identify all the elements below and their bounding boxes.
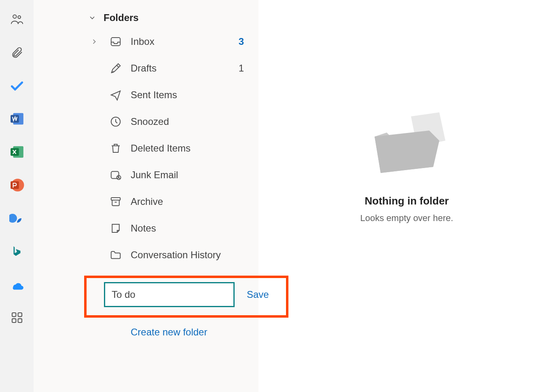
folder-pane: Folders Inbox 3 Drafts 1 Sent Items Snoo… [34, 0, 258, 392]
svg-point-1 [18, 16, 21, 19]
folder-row-drafts[interactable]: Drafts 1 [34, 55, 258, 82]
folder-label: Snoozed [131, 116, 246, 127]
folder-label: Notes [131, 223, 246, 234]
notes-icon [110, 222, 122, 234]
junk-icon [110, 169, 122, 181]
svg-rect-11 [18, 319, 21, 322]
folders-header-label: Folders [104, 12, 139, 23]
folder-count: 1 [239, 63, 244, 74]
folder-row-archive[interactable]: Archive [34, 188, 258, 215]
svg-rect-9 [18, 313, 21, 316]
folder-row-snoozed[interactable]: Snoozed [34, 108, 258, 135]
app-rail [0, 0, 34, 392]
folder-row-sent[interactable]: Sent Items [34, 82, 258, 108]
folder-row-inbox[interactable]: Inbox 3 [106, 28, 258, 55]
folder-row-conversation-history[interactable]: Conversation History [34, 242, 258, 268]
folder-icon [110, 249, 122, 261]
svg-rect-7 [11, 181, 19, 189]
folder-label: Deleted Items [131, 143, 246, 154]
folder-label: Conversation History [131, 249, 246, 261]
folder-row-inbox-wrapper: Inbox 3 [34, 28, 258, 55]
folder-label: Archive [131, 196, 246, 207]
svg-rect-10 [12, 319, 16, 322]
folder-row-notes[interactable]: Notes [34, 215, 258, 242]
empty-folder-illustration [362, 96, 451, 185]
new-folder-highlight: Save [84, 276, 288, 318]
content-pane: Nothing in folder Looks empty over here. [258, 0, 555, 392]
save-button[interactable]: Save [247, 289, 269, 300]
snoozed-icon [110, 116, 122, 128]
attachment-icon[interactable] [9, 44, 25, 61]
bing-icon[interactable] [9, 243, 25, 259]
inbox-icon [110, 36, 122, 48]
drafts-icon [110, 62, 122, 74]
archive-icon [110, 196, 122, 208]
svg-point-0 [13, 15, 16, 19]
svg-rect-12 [111, 38, 121, 46]
empty-state-title: Nothing in folder [365, 195, 449, 207]
chevron-down-icon [88, 14, 96, 22]
svg-rect-8 [12, 313, 16, 316]
svg-rect-3 [11, 115, 19, 123]
powerpoint-icon[interactable] [9, 177, 25, 193]
todo-icon[interactable] [9, 78, 25, 94]
folder-row-junk[interactable]: Junk Email [34, 162, 258, 188]
empty-state-subtitle: Looks empty over here. [360, 213, 453, 223]
folder-label: Drafts [131, 63, 239, 74]
word-icon[interactable] [9, 111, 25, 127]
onedrive-icon[interactable] [9, 276, 25, 293]
folder-label: Junk Email [131, 169, 246, 181]
people-icon[interactable] [9, 11, 25, 27]
folder-count: 3 [239, 36, 244, 47]
create-new-folder-link[interactable]: Create new folder [131, 327, 258, 338]
excel-icon[interactable] [9, 144, 25, 160]
folders-header[interactable]: Folders [34, 7, 258, 28]
deleted-icon [110, 142, 122, 154]
folder-label: Sent Items [131, 89, 246, 101]
folder-row-deleted[interactable]: Deleted Items [34, 135, 258, 162]
folder-label: Inbox [131, 36, 239, 47]
sent-icon [110, 89, 122, 101]
svg-rect-15 [111, 198, 121, 200]
apps-icon[interactable] [9, 310, 25, 326]
chevron-right-icon[interactable] [90, 38, 98, 46]
new-folder-input[interactable] [104, 282, 235, 307]
viva-icon[interactable] [9, 210, 25, 226]
